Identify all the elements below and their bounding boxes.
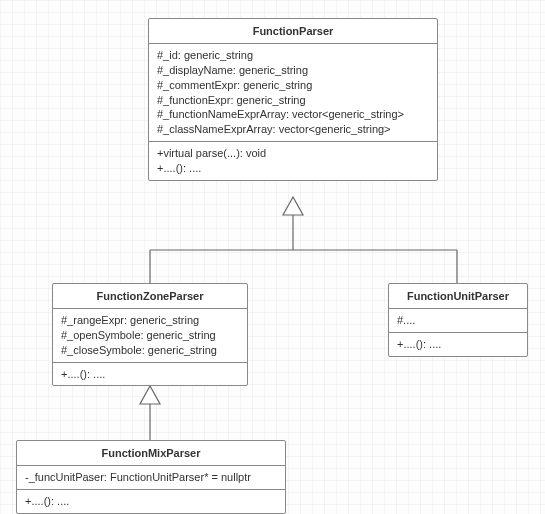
class-attributes: -_funcUnitPaser: FunctionUnitParser* = n… (17, 466, 285, 490)
class-function-mix-parser: FunctionMixParser -_funcUnitPaser: Funct… (16, 440, 286, 514)
class-operations: +....(): .... (389, 333, 527, 356)
svg-marker-0 (283, 197, 303, 215)
class-function-unit-parser: FunctionUnitParser #.... +....(): .... (388, 283, 528, 357)
class-title: FunctionMixParser (17, 441, 285, 466)
class-operations: +virtual parse(...): void +....(): .... (149, 142, 437, 180)
class-attributes: #_id: generic_string #_displayName: gene… (149, 44, 437, 142)
class-attributes: #_rangeExpr: generic_string #_openSymbol… (53, 309, 247, 363)
class-function-zone-parser: FunctionZoneParser #_rangeExpr: generic_… (52, 283, 248, 386)
class-title: FunctionZoneParser (53, 284, 247, 309)
class-operations: +....(): .... (53, 363, 247, 386)
svg-marker-5 (140, 386, 160, 404)
class-title: FunctionParser (149, 19, 437, 44)
class-attributes: #.... (389, 309, 527, 333)
class-operations: +....(): .... (17, 490, 285, 513)
class-function-parser: FunctionParser #_id: generic_string #_di… (148, 18, 438, 181)
class-title: FunctionUnitParser (389, 284, 527, 309)
